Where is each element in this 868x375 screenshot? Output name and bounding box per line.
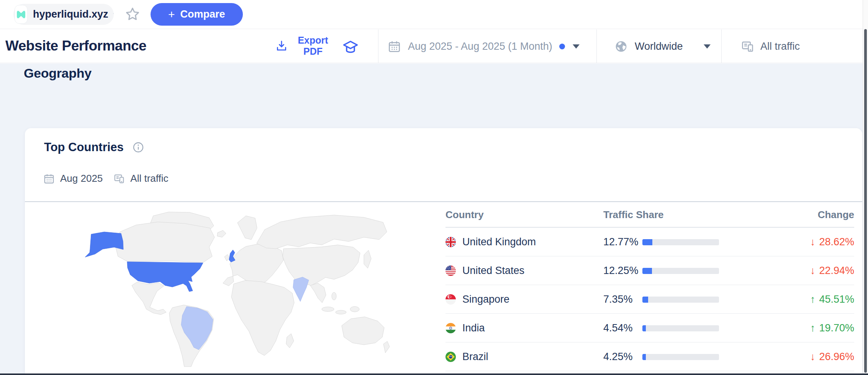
change-percent: 19.70% xyxy=(819,322,854,334)
map-philippines xyxy=(332,292,336,300)
scrollbar[interactable] xyxy=(863,0,868,375)
date-range-selector[interactable]: Aug 2025 - Aug 2025 (1 Month) xyxy=(378,29,596,63)
traffic-share-bar xyxy=(642,268,719,274)
traffic-share-bar-fill xyxy=(642,325,646,331)
arrow-up-icon: ↑ xyxy=(810,322,816,334)
country-name: United States xyxy=(462,265,524,277)
country-name: Singapore xyxy=(462,293,509,305)
column-header-change: Change xyxy=(818,209,854,221)
devices-icon xyxy=(113,173,125,184)
traffic-share-bar-fill xyxy=(642,268,652,274)
change-value: ↓22.94% xyxy=(810,265,854,277)
date-range-label: Aug 2025 - Aug 2025 (1 Month) xyxy=(408,41,552,52)
column-header-traffic-share: Traffic Share xyxy=(603,209,664,221)
traffic-type-selector[interactable]: All traffic xyxy=(721,29,863,63)
flag-gb-icon xyxy=(445,237,456,247)
traffic-share-bar xyxy=(642,354,719,360)
edit-domain-icon[interactable] xyxy=(113,9,114,20)
change-value: ↓26.96% xyxy=(810,351,854,363)
page-title: Website Performance xyxy=(5,38,146,54)
compare-label: Compare xyxy=(180,8,225,20)
arrow-up-icon: ↑ xyxy=(810,293,816,305)
top-countries-card: Top Countries Aug 2025 All traffic xyxy=(25,128,862,375)
map-mexico xyxy=(132,282,166,315)
arrow-down-icon: ↓ xyxy=(810,351,816,363)
map-indonesia xyxy=(322,307,334,311)
change-percent: 22.94% xyxy=(819,265,854,277)
compare-button[interactable]: + Compare xyxy=(151,3,243,26)
traffic-share-value: 4.54% xyxy=(603,322,633,334)
traffic-share-value: 12.77% xyxy=(603,236,639,248)
learning-graduation-cap-icon[interactable] xyxy=(342,39,359,55)
top-countries-table: Country Traffic Share Change United King… xyxy=(445,202,854,371)
table-header: Country Traffic Share Change xyxy=(445,202,854,228)
country-name: United Kingdom xyxy=(462,236,536,248)
card-title: Top Countries xyxy=(44,140,124,154)
map-india-highlight xyxy=(293,277,309,302)
traffic-share-bar-fill xyxy=(642,239,652,245)
notification-dot xyxy=(559,44,565,49)
map-ireland xyxy=(224,254,229,261)
change-value: ↑45.51% xyxy=(810,293,854,305)
map-scandinavia xyxy=(237,216,257,240)
domain-selector[interactable]: hyperliquid.xyz xyxy=(13,4,114,25)
scrollbar-thumb[interactable] xyxy=(864,29,867,373)
change-percent: 26.96% xyxy=(819,351,854,363)
geography-section: Geography Top Countries Aug 2025 xyxy=(0,64,868,375)
country-name: Brazil xyxy=(462,351,488,363)
traffic-share-bar-fill xyxy=(642,354,646,360)
export-pdf-label: Export PDF xyxy=(292,35,334,57)
flag-in-icon xyxy=(445,323,456,333)
domain-name: hyperliquid.xyz xyxy=(33,8,108,20)
map-new-zealand xyxy=(383,341,390,353)
info-icon[interactable] xyxy=(132,141,144,153)
hyperliquid-logo-icon xyxy=(15,8,27,21)
export-pdf-button[interactable]: Export PDF xyxy=(275,35,334,57)
card-header: Top Countries Aug 2025 All traffic xyxy=(25,128,862,202)
table-row[interactable]: United Kingdom12.77%↓28.62% xyxy=(445,228,854,256)
map-canada xyxy=(116,222,215,262)
flag-br-icon xyxy=(445,352,456,362)
world-map[interactable] xyxy=(57,210,402,367)
map-russia xyxy=(257,215,387,249)
globe-icon xyxy=(614,40,628,53)
window-bottom-edge xyxy=(0,373,868,375)
change-percent: 45.51% xyxy=(819,293,854,305)
performance-header: Website Performance Export PDF Aug 2025 … xyxy=(0,29,868,63)
traffic-share-bar xyxy=(642,297,719,303)
site-logo xyxy=(15,5,28,24)
map-madagascar xyxy=(286,334,294,348)
table-row[interactable]: Singapore7.35%↑45.51% xyxy=(445,285,854,314)
change-value: ↓28.62% xyxy=(810,236,854,248)
country-name: India xyxy=(462,322,485,334)
download-icon xyxy=(275,39,288,52)
traffic-type-label: All traffic xyxy=(760,41,800,52)
favorite-star-icon[interactable] xyxy=(124,6,141,22)
table-row[interactable]: Brazil4.25%↓26.96% xyxy=(445,342,854,371)
map-europe xyxy=(223,244,283,286)
region-label: Worldwide xyxy=(635,41,683,52)
chevron-down-icon xyxy=(573,44,580,49)
arrow-down-icon: ↓ xyxy=(810,236,816,248)
map-japan xyxy=(364,250,371,268)
map-new-guinea xyxy=(350,307,359,312)
traffic-share-value: 4.25% xyxy=(603,351,633,363)
plus-icon: + xyxy=(168,9,175,20)
flag-sg-icon xyxy=(445,294,456,305)
region-selector[interactable]: Worldwide xyxy=(596,29,721,63)
change-value: ↑19.70% xyxy=(810,322,854,334)
map-indochina xyxy=(310,283,326,303)
traffic-share-bar xyxy=(642,325,719,331)
traffic-share-bar xyxy=(642,239,719,245)
calendar-icon xyxy=(388,40,401,53)
arrow-down-icon: ↓ xyxy=(810,265,816,277)
table-body: United Kingdom12.77%↓28.62%United States… xyxy=(445,228,854,371)
map-africa xyxy=(231,280,294,355)
traffic-share-bar-fill xyxy=(642,297,648,303)
table-row[interactable]: United States12.25%↓22.94% xyxy=(445,256,854,285)
card-period-label: Aug 2025 xyxy=(60,173,103,184)
chevron-down-icon xyxy=(704,44,711,49)
map-asia xyxy=(283,245,360,285)
table-row[interactable]: India4.54%↑19.70% xyxy=(445,314,854,342)
map-indonesia xyxy=(336,310,346,314)
